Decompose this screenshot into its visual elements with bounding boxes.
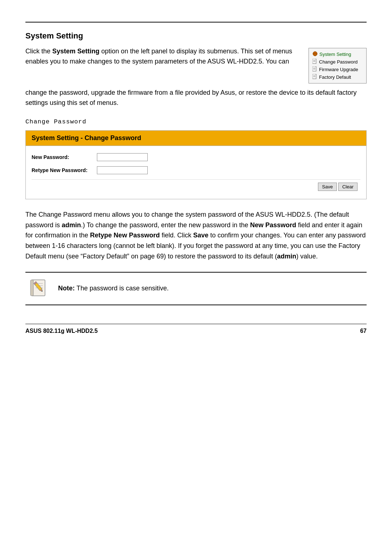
svg-rect-19 — [30, 280, 33, 296]
doc-icon-3 — [313, 74, 317, 80]
retype-password-label: Retype New Password: — [32, 167, 97, 173]
change-password-form: System Setting - Change Password New Pas… — [25, 130, 367, 199]
note-icon — [29, 278, 51, 299]
menu-item-firmware-upgrade: Firmware Upgrade — [313, 66, 363, 73]
note-text: Note: The password is case sensitive. — [58, 283, 169, 293]
note-box: Note: The password is case sensitive. — [25, 272, 367, 305]
intro-text: Click the System Setting option on the l… — [25, 46, 301, 67]
section-title: System Setting — [25, 31, 367, 41]
menu-item-factory-default: Factory Default — [313, 73, 363, 81]
save-button[interactable]: Save — [318, 183, 337, 191]
clear-button[interactable]: Clear — [338, 183, 358, 191]
menu-item-system-setting: System Setting — [313, 50, 363, 58]
menu-item-change-password: Change Password — [313, 58, 363, 66]
footer-page: 67 — [360, 328, 367, 334]
top-divider — [25, 22, 367, 23]
form-buttons: Save Clear — [32, 179, 360, 193]
new-password-label: New Password: — [32, 154, 97, 160]
new-password-input[interactable] — [97, 153, 148, 161]
retype-password-input[interactable] — [97, 166, 148, 174]
form-header: System Setting - Change Password — [26, 131, 366, 146]
menu-label: System Setting — [319, 52, 351, 57]
form-body: New Password: Retype New Password: Save … — [26, 146, 366, 199]
sidebar-menu: System Setting Change Password — [309, 48, 367, 83]
doc-icon-1 — [313, 59, 317, 65]
change-password-heading: Change Password — [25, 118, 367, 125]
continuation-text: change the password, upgrade the firmwar… — [25, 88, 367, 108]
page-footer: ASUS 802.11g WL-HDD2.5 67 — [25, 324, 367, 334]
description-text: The Change Password menu allows you to c… — [25, 209, 367, 262]
menu-label: Factory Default — [319, 74, 351, 80]
new-password-row: New Password: — [32, 153, 360, 161]
doc-icon-2 — [313, 66, 317, 73]
globe-icon — [313, 51, 318, 57]
menu-label: Change Password — [319, 59, 358, 65]
retype-password-row: Retype New Password: — [32, 166, 360, 174]
footer-title: ASUS 802.11g WL-HDD2.5 — [25, 328, 98, 334]
menu-label: Firmware Upgrade — [319, 67, 358, 72]
